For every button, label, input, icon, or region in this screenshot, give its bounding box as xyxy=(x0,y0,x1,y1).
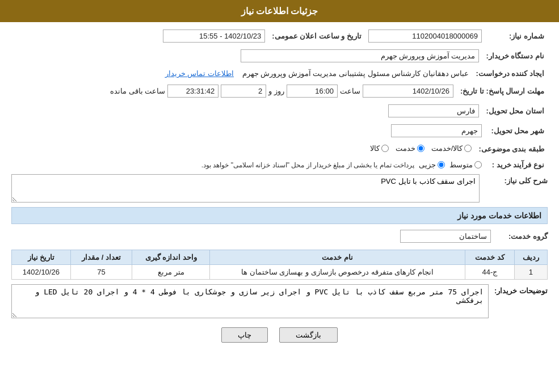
info-table-creator: ایجاد کننده درخواست: عباس دهقانیان کارشن… xyxy=(11,68,548,79)
cell-quantity: 75 xyxy=(70,265,132,280)
col-row-num: ردیف xyxy=(514,250,547,265)
col-service-code: کد خدمت xyxy=(465,250,515,265)
service-group-row: گروه خدمت: ساختمان xyxy=(11,227,548,245)
creator-value: عباس دهقانیان کارشناس مسئول پشتیبانی مدی… xyxy=(242,69,469,78)
subtype-jozi[interactable]: جزیی xyxy=(419,161,445,169)
services-table: ردیف کد خدمت نام خدمت واحد اندازه گیری ت… xyxy=(11,250,548,280)
subtype-motavaset[interactable]: متوسط xyxy=(449,161,482,169)
need-desc-label: شرح کلی نیاز: xyxy=(485,174,548,185)
purchase-subtype-row: متوسط جزیی پرداخت تمام یا بخشی از مبلغ خ… xyxy=(15,161,482,169)
print-button[interactable]: چاپ xyxy=(221,327,268,343)
cell-service-code: ج-44 xyxy=(465,265,515,280)
remaining-label-static: ساعت باقی مانده xyxy=(110,87,165,95)
days-label-static: روز و xyxy=(268,87,284,95)
category-kala[interactable]: کالا xyxy=(370,144,389,153)
service-group-label: گروه خدمت: xyxy=(497,232,548,241)
page-header: جزئیات اطلاعات نیاز xyxy=(0,0,559,22)
info-table-row1: شماره نیاز: 1102004018000069 تاریخ و ساع… xyxy=(11,28,548,44)
province-label: استان محل تحویل: xyxy=(482,103,548,119)
info-table-province: استان محل تحویل: فارس xyxy=(11,103,548,119)
time-label-static: ساعت xyxy=(340,87,360,95)
reply-remaining-value: 23:31:42 xyxy=(167,85,218,98)
services-section-header: اطلاعات خدمات مورد نیاز xyxy=(11,207,548,224)
info-table-buyer-org: نام دستگاه خریدار: مدیریت آموزش وپرورش ج… xyxy=(11,48,548,64)
buyer-desc-label: توضیحات خریدار: xyxy=(494,284,548,295)
category-label: طبقه بندی موضوعی: xyxy=(475,142,548,155)
announce-date-value: 1402/10/23 - 15:55 xyxy=(163,29,265,43)
buyer-desc-textarea[interactable] xyxy=(11,284,489,318)
col-need-date: تاریخ نیاز xyxy=(12,250,71,265)
page-title: جزئیات اطلاعات نیاز xyxy=(241,6,318,16)
buyer-org-label: نام دستگاه خریدار: xyxy=(482,48,548,64)
back-button[interactable]: بازگشت xyxy=(279,327,338,343)
category-kala-khedmat[interactable]: کالا/خدمت xyxy=(431,144,472,153)
province-value: فارس xyxy=(388,104,479,117)
col-measure-unit: واحد اندازه گیری xyxy=(132,250,210,265)
category-khedmat[interactable]: خدمت xyxy=(396,144,424,153)
reply-date-value: 1402/10/26 xyxy=(363,85,453,98)
content-area: شماره نیاز: 1102004018000069 تاریخ و ساع… xyxy=(0,22,559,354)
creator-link[interactable]: اطلاعات تماس خریدار xyxy=(165,69,234,78)
info-table-deadline: مهلت ارسال پاسخ: تا تاریخ: 1402/10/26 سا… xyxy=(11,83,548,99)
announce-date-label: تاریخ و ساعت اعلان عمومی: xyxy=(268,28,365,44)
city-label: شهر محل تحویل: xyxy=(485,123,548,139)
reply-deadline-label: مهلت ارسال پاسخ: تا تاریخ: xyxy=(457,83,548,99)
cell-need-date: 1402/10/26 xyxy=(12,265,71,280)
need-number-label: شماره نیاز: xyxy=(485,28,548,44)
need-desc-textarea[interactable] xyxy=(11,174,480,203)
need-number-value: 1102004018000069 xyxy=(368,29,482,43)
buyer-desc-section: توضیحات خریدار: xyxy=(11,284,548,318)
page-wrapper: جزئیات اطلاعات نیاز شماره نیاز: 11020040… xyxy=(0,0,559,392)
service-group-value: ساختمان xyxy=(400,230,491,243)
cell-measure-unit: متر مربع xyxy=(132,265,210,280)
col-service-name: نام خدمت xyxy=(210,250,465,265)
cell-row-num: 1 xyxy=(514,265,547,280)
cell-service-name: انجام کارهای متفرقه درخصوص بازسازی و بهس… xyxy=(210,265,465,280)
category-radio-group: کالا/خدمت خدمت کالا xyxy=(370,144,472,153)
need-desc-section: شرح کلی نیاز: xyxy=(11,174,548,203)
bottom-buttons: بازگشت چاپ xyxy=(11,327,548,343)
info-table-city: شهر محل تحویل: جهرم xyxy=(11,123,548,139)
info-table-category: طبقه بندی موضوعی: کالا/خدمت خدمت کالا xyxy=(11,142,548,155)
col-quantity: تعداد / مقدار xyxy=(70,250,132,265)
reply-day-value: 2 xyxy=(221,85,266,98)
creator-label: ایجاد کننده درخواست: xyxy=(472,68,548,79)
info-table-purchase-type: نوع فرآیند خرید : متوسط جزیی پرداخت تمام… xyxy=(11,159,548,171)
city-value: جهرم xyxy=(391,124,482,137)
purchase-desc: پرداخت تمام یا بخشی از مبلغ خریدار از مح… xyxy=(201,161,414,169)
reply-time-value: 16:00 xyxy=(287,85,338,98)
buyer-org-value: مدیریت آموزش وپرورش جهرم xyxy=(241,49,479,62)
purchase-type-label: نوع فرآیند خرید : xyxy=(485,159,548,171)
table-row: 1 ج-44 انجام کارهای متفرقه درخصوص بازساز… xyxy=(12,265,548,280)
